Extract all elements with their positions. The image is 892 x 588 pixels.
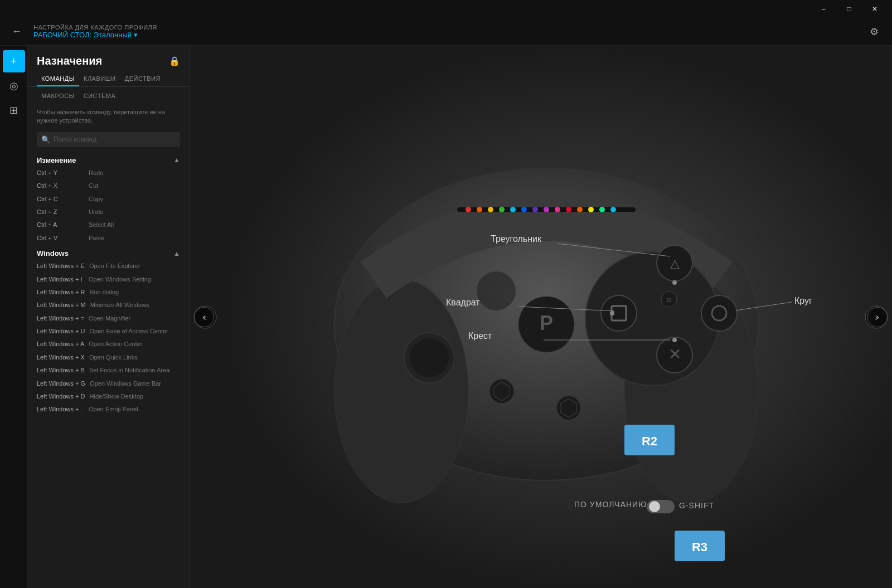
search-input[interactable] xyxy=(54,135,176,143)
list-item: Left Windows + U Open Ease of Access Cen… xyxy=(37,325,180,338)
gamepad-icon: ◎ xyxy=(9,80,18,92)
svg-point-6 xyxy=(477,207,482,212)
cmd-key: Left Windows + . xyxy=(37,405,84,414)
header-content: НАСТРОЙКА ДЛЯ КАЖДОГО ПРОФИЛЯ РАБОЧИЙ СТ… xyxy=(33,24,856,39)
svg-text:Круг: Круг xyxy=(794,296,812,305)
panel-hint: Чтобы назначить команду, перетащите ее н… xyxy=(28,101,189,130)
svg-text:Крест: Крест xyxy=(468,331,492,341)
cmd-desc: Hide/Show Desktop xyxy=(90,392,144,401)
list-item: Left Windows + X Open Quick Links xyxy=(37,351,180,364)
cmd-desc: Paste xyxy=(89,234,104,242)
svg-point-25 xyxy=(610,311,614,315)
list-item: Ctrl + Z Undo xyxy=(37,206,180,218)
close-button[interactable]: ✕ xyxy=(862,0,888,18)
cmd-key: Ctrl + A xyxy=(37,221,84,229)
list-item: Left Windows + A Open Action Center xyxy=(37,338,180,351)
assignments-panel: Назначения 🔒 КОМАНДЫ КЛАВИШИ ДЕЙСТВИЯ МА… xyxy=(28,46,190,588)
nav-arrow-left[interactable]: ‹ xyxy=(194,307,214,327)
cmd-desc: Open Windows Setting xyxy=(89,275,151,284)
svg-point-23 xyxy=(601,295,637,331)
header-profile-label: НАСТРОЙКА ДЛЯ КАЖДОГО ПРОФИЛЯ xyxy=(33,24,856,31)
svg-text:G-SHIFT: G-SHIFT xyxy=(679,501,714,510)
svg-point-9 xyxy=(510,207,516,212)
cmd-desc: Undo xyxy=(89,208,103,216)
list-item: Left Windows + D Hide/Show Desktop xyxy=(37,390,180,403)
cmd-key: Ctrl + X xyxy=(37,182,84,190)
profile-selector[interactable]: РАБОЧИЙ СТОЛ: Эталонный ▾ xyxy=(33,31,856,39)
cmd-desc: Open Magnifier xyxy=(89,314,130,323)
svg-text:✕: ✕ xyxy=(668,346,681,363)
list-item: Ctrl + Y Redo xyxy=(37,167,180,179)
svg-point-5 xyxy=(466,207,471,212)
svg-point-22 xyxy=(672,280,677,285)
profile-name: РАБОЧИЙ СТОЛ: Эталонный xyxy=(33,31,132,39)
plus-icon: + xyxy=(11,56,17,67)
app-header: ← НАСТРОЙКА ДЛЯ КАЖДОГО ПРОФИЛЯ РАБОЧИЙ … xyxy=(0,18,892,46)
list-item: Left Windows + = Open Magnifier xyxy=(37,312,180,325)
chevron-icon: ▲ xyxy=(173,250,180,257)
svg-point-56 xyxy=(649,501,660,512)
dropdown-icon: ▾ xyxy=(134,31,138,39)
svg-point-18 xyxy=(610,207,616,212)
list-item: Left Windows + I Open Windows Setting xyxy=(37,273,180,286)
settings-button[interactable]: ⚙ xyxy=(865,23,883,41)
list-item: Ctrl + C Copy xyxy=(37,193,180,206)
tab-commands[interactable]: КОМАНДЫ xyxy=(37,72,79,86)
cmd-desc: Set Focus in Notification Area xyxy=(89,366,169,375)
controller-visual: △ ✕ ⊖ P xyxy=(190,46,892,588)
cmd-desc: Run dialog xyxy=(90,288,119,297)
sidebar-icon-grid[interactable]: ⊞ xyxy=(3,99,25,122)
section-header-izmeneniye[interactable]: Изменение ▲ xyxy=(37,152,180,167)
svg-point-8 xyxy=(499,207,505,212)
main-content: △ ✕ ⊖ P xyxy=(190,46,892,588)
cmd-key: Left Windows + D xyxy=(37,392,85,401)
window-controls: – □ ✕ xyxy=(811,0,888,18)
chevron-icon: ▲ xyxy=(173,156,180,164)
svg-point-36 xyxy=(410,338,449,377)
cmd-key: Left Windows + G xyxy=(37,380,85,388)
svg-point-11 xyxy=(532,207,538,212)
cmd-key: Ctrl + V xyxy=(37,234,84,242)
svg-text:ПО УМОЛЧАНИЮ: ПО УМОЛЧАНИЮ xyxy=(574,500,647,509)
panel-header: Назначения 🔒 xyxy=(28,46,189,67)
svg-point-28 xyxy=(672,338,677,342)
svg-point-10 xyxy=(521,207,527,212)
grid-icon: ⊞ xyxy=(9,104,18,116)
sidebar-icon-plus[interactable]: + xyxy=(3,50,25,72)
list-item: Ctrl + X Cut xyxy=(37,179,180,192)
back-button[interactable]: ← xyxy=(9,24,25,40)
sidebar-icon-gamepad[interactable]: ◎ xyxy=(3,75,25,97)
cmd-desc: Minimize All Windows xyxy=(90,301,149,309)
cmd-key: Left Windows + A xyxy=(37,340,84,348)
cmd-key: Left Windows + M xyxy=(37,301,86,309)
cmd-key: Left Windows + U xyxy=(37,327,85,336)
maximize-button[interactable]: □ xyxy=(836,0,862,18)
list-item: Left Windows + E Open File Explorer xyxy=(37,260,180,273)
section-title-windows: Windows xyxy=(37,249,69,257)
svg-text:⊖: ⊖ xyxy=(666,296,672,304)
list-item: Ctrl + A Select All xyxy=(37,218,180,231)
cmd-desc: Open Windows Game Bar xyxy=(90,380,161,388)
svg-point-15 xyxy=(577,207,583,212)
tab-keys[interactable]: КЛАВИШИ xyxy=(79,72,120,86)
svg-text:Треугольник: Треугольник xyxy=(491,234,542,244)
tab-macros[interactable]: МАКРОСЫ xyxy=(37,90,79,101)
svg-point-12 xyxy=(544,207,549,212)
cmd-key: Left Windows + B xyxy=(37,366,85,375)
tab-system[interactable]: СИСТЕМА xyxy=(79,90,120,101)
cmd-key: Left Windows + I xyxy=(37,275,84,284)
title-bar: – □ ✕ xyxy=(0,0,892,18)
cmd-desc: Select All xyxy=(89,221,114,229)
tab-actions[interactable]: ДЕЙСТВИЯ xyxy=(120,72,165,86)
app-layout: + ◎ ⊞ Назначения 🔒 КОМАНДЫ КЛАВИШИ ДЕЙСТ… xyxy=(0,46,892,588)
section-header-windows[interactable]: Windows ▲ xyxy=(37,245,180,260)
svg-text:P: P xyxy=(540,312,553,334)
minimize-button[interactable]: – xyxy=(811,0,836,18)
nav-arrow-right[interactable]: › xyxy=(867,307,888,327)
svg-point-16 xyxy=(588,207,594,212)
svg-point-37 xyxy=(477,271,516,310)
cmd-desc: Open Quick Links xyxy=(89,353,138,362)
svg-text:△: △ xyxy=(670,256,680,270)
list-item: Left Windows + G Open Windows Game Bar xyxy=(37,377,180,390)
tabs-row-2: МАКРОСЫ СИСТЕМА xyxy=(28,87,189,101)
